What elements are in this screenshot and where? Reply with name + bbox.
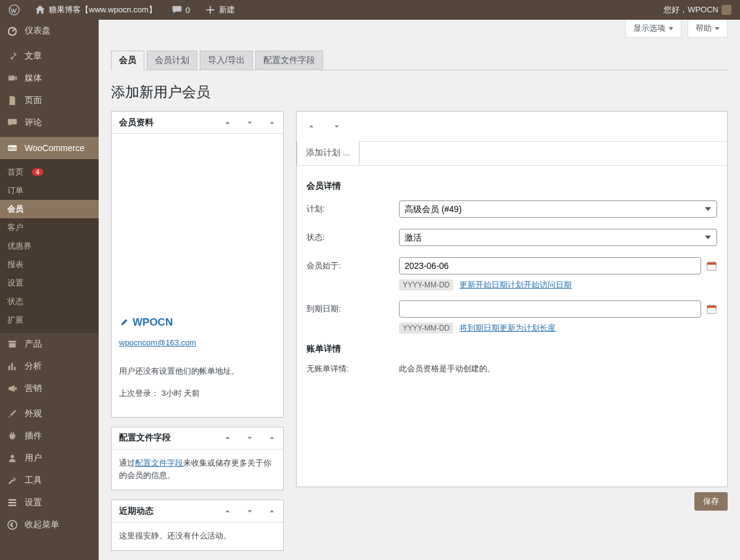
menu-appearance[interactable]: 外观 <box>0 403 99 425</box>
site-name: 糖果博客【www.wpocn.com】 <box>49 4 157 15</box>
date-format-hint: YYYY-MM-DD <box>399 279 453 290</box>
menu-plugins[interactable]: 插件 <box>0 425 99 447</box>
svg-rect-10 <box>707 263 716 265</box>
menu-pages[interactable]: 页面 <box>0 89 99 112</box>
date-format-hint: YYYY-MM-DD <box>399 323 453 334</box>
plan-select[interactable]: 高级会员 (#49) <box>399 200 717 218</box>
menu-products[interactable]: 产品 <box>0 333 99 355</box>
sliders-icon <box>6 496 18 509</box>
media-icon <box>6 72 18 84</box>
svg-point-5 <box>10 499 12 501</box>
section-billing: 账单详情 <box>306 344 717 355</box>
menu-analytics[interactable]: 分析 <box>0 355 99 377</box>
move-down-button[interactable] <box>239 112 261 134</box>
menu-dashboard[interactable]: 仪表盘 <box>0 20 99 42</box>
edit-user-link[interactable]: WPOCN <box>119 314 276 331</box>
profile-fields-link[interactable]: 配置文件字段 <box>135 458 183 467</box>
save-button[interactable]: 保存 <box>694 492 728 511</box>
home-icon <box>35 4 46 15</box>
menu-woocommerce[interactable]: WooWooCommerce <box>0 137 99 159</box>
plug-icon <box>6 430 18 442</box>
greeting[interactable]: 您好，WPOCN <box>660 4 735 15</box>
menu-tools[interactable]: 工具 <box>0 469 99 492</box>
brush-icon <box>6 408 18 420</box>
admin-menu: 仪表盘 文章 媒体 页面 评论 WooWooCommerce 首页4 订单 会员… <box>0 20 99 560</box>
user-icon <box>6 452 18 464</box>
calendar-icon[interactable] <box>706 260 717 271</box>
woocommerce-icon: Woo <box>6 142 18 154</box>
admin-bar: 糖果博客【www.wpocn.com】 0 新建 您好，WPOCN <box>0 0 740 20</box>
tab-plans[interactable]: 会员计划 <box>147 51 197 70</box>
menu-settings[interactable]: 设置 <box>0 492 99 514</box>
status-select[interactable]: 激活 <box>399 229 717 246</box>
submenu-members[interactable]: 会员 <box>0 200 99 218</box>
add-plan-tab[interactable]: 添加计划 ... <box>297 141 360 165</box>
menu-posts[interactable]: 文章 <box>0 45 99 67</box>
profile-fields-text: 通过配置文件字段来收集或储存更多关于你的会员的信息。 <box>112 450 283 490</box>
move-down-button[interactable] <box>326 115 348 138</box>
new-label: 新建 <box>219 4 235 15</box>
move-up-button[interactable] <box>300 115 323 138</box>
move-up-button[interactable] <box>216 500 239 522</box>
help-button[interactable]: 帮助 <box>688 20 728 38</box>
toggle-button[interactable] <box>261 427 283 449</box>
start-date-input[interactable] <box>399 257 701 274</box>
submenu-settings[interactable]: 设置 <box>0 274 99 292</box>
expire-date-input[interactable] <box>399 300 701 318</box>
new-link[interactable]: 新建 <box>201 4 239 15</box>
no-address-text: 用户还没有设置他们的帐单地址。 <box>119 365 276 378</box>
box-title: 近期动态 <box>112 506 161 517</box>
menu-collapse[interactable]: 收起菜单 <box>0 514 99 536</box>
screen-options-button[interactable]: 显示选项 <box>625 20 681 38</box>
menu-users[interactable]: 用户 <box>0 447 99 469</box>
comment-icon <box>171 4 183 15</box>
svg-rect-11 <box>709 261 710 264</box>
menu-media[interactable]: 媒体 <box>0 67 99 89</box>
submenu-status[interactable]: 状态 <box>0 292 99 311</box>
submenu-coupons[interactable]: 优惠券 <box>0 237 99 255</box>
move-up-button[interactable] <box>216 427 239 449</box>
move-up-button[interactable] <box>216 112 239 134</box>
submenu-home[interactable]: 首页4 <box>0 163 99 181</box>
svg-point-8 <box>8 521 17 529</box>
site-link[interactable]: 糖果博客【www.wpocn.com】 <box>31 4 160 15</box>
chart-icon <box>6 360 18 373</box>
toggle-button[interactable] <box>261 112 283 134</box>
tab-members[interactable]: 会员 <box>111 51 144 70</box>
svg-point-1 <box>9 28 17 36</box>
box-member-data: 会员资料 WPOCN wpocncom@163.com 用户还没有设置他们的帐单… <box>111 111 284 418</box>
wrench-icon <box>6 474 18 487</box>
nav-tabs: 会员 会员计划 导入/导出 配置文件字段 <box>111 51 728 70</box>
move-down-button[interactable] <box>239 500 261 522</box>
page-title: 添加新用户会员 <box>111 83 728 102</box>
screen-meta-links: 显示选项 帮助 <box>625 20 728 38</box>
label-plan: 计划: <box>306 204 393 215</box>
submenu-customers[interactable]: 客户 <box>0 218 99 237</box>
svg-rect-15 <box>709 305 710 307</box>
calendar-icon[interactable] <box>706 303 717 315</box>
archive-icon <box>6 338 18 350</box>
toggle-button[interactable] <box>261 500 283 522</box>
svg-rect-14 <box>707 306 716 308</box>
svg-rect-16 <box>713 305 715 307</box>
box-title: 配置文件字段 <box>112 432 178 443</box>
label-expire: 到期日期: <box>306 303 393 315</box>
submenu-reports[interactable]: 报表 <box>0 255 99 274</box>
svg-text:Woo: Woo <box>8 146 17 150</box>
submenu-extensions[interactable]: 扩展 <box>0 311 99 329</box>
pencil-icon <box>119 318 129 327</box>
comments-link[interactable]: 0 <box>168 4 194 15</box>
submenu-orders[interactable]: 订单 <box>0 181 99 200</box>
badge-count: 4 <box>32 168 43 176</box>
section-member-details: 会员详情 <box>306 181 717 192</box>
tab-profilefields[interactable]: 配置文件字段 <box>255 51 323 70</box>
update-expire-link[interactable]: 将到期日期更新为计划长度 <box>459 323 556 334</box>
menu-marketing[interactable]: 营销 <box>0 377 99 400</box>
email-link[interactable]: wpocncom@163.com <box>119 337 276 350</box>
box-profile-fields: 配置文件字段 通过配置文件字段来收集或储存更多关于你的会员的信息。 <box>111 427 284 491</box>
tab-importexport[interactable]: 导入/导出 <box>200 51 253 70</box>
menu-comments[interactable]: 评论 <box>0 112 99 134</box>
wordpress-logo[interactable] <box>5 4 23 15</box>
update-start-link[interactable]: 更新开始日期计划开始访问日期 <box>459 279 572 290</box>
move-down-button[interactable] <box>239 427 261 449</box>
